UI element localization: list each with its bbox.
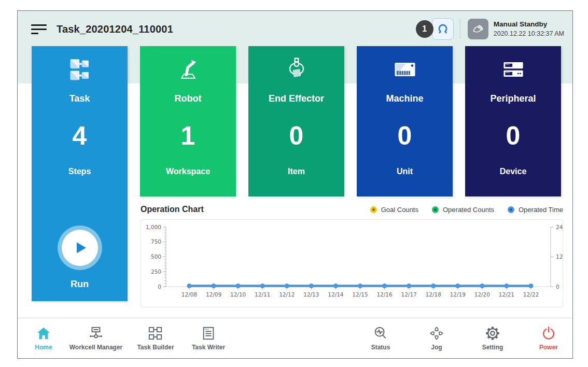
svg-text:12/19: 12/19 bbox=[450, 291, 466, 298]
mode-timestamp: 2020.12.22 10:32:37 AM bbox=[494, 30, 564, 38]
card-machine[interactable]: Machine 0 Unit bbox=[357, 46, 453, 196]
jog-icon bbox=[429, 326, 444, 341]
task-writer-icon bbox=[201, 326, 216, 341]
card-robot[interactable]: Robot 1 Workspace bbox=[140, 46, 236, 196]
card-value: 0 bbox=[506, 123, 521, 149]
svg-text:0: 0 bbox=[556, 284, 559, 290]
legend-label: Goal Counts bbox=[381, 206, 418, 214]
svg-text:12/18: 12/18 bbox=[426, 291, 441, 298]
svg-text:12/22: 12/22 bbox=[523, 291, 539, 298]
svg-text:12/09: 12/09 bbox=[206, 291, 221, 298]
card-value: 1 bbox=[181, 123, 195, 149]
manual-hand-icon bbox=[471, 22, 485, 36]
svg-text:12/08: 12/08 bbox=[181, 291, 197, 298]
task-icon bbox=[66, 55, 93, 83]
svg-text:12/16: 12/16 bbox=[376, 291, 393, 298]
app-frame: Task_20201204_110001 1 Manual Standby bbox=[17, 10, 573, 359]
svg-text:12/15: 12/15 bbox=[352, 291, 368, 298]
peripheral-icon bbox=[500, 55, 527, 83]
nav-item-setting[interactable]: Setting bbox=[472, 326, 513, 351]
svg-text:12/13: 12/13 bbox=[303, 291, 319, 298]
nav-label: Home bbox=[35, 344, 52, 351]
card-unit: Device bbox=[500, 166, 527, 177]
run-button[interactable]: Run bbox=[32, 225, 128, 290]
card-unit: Steps bbox=[68, 166, 91, 177]
svg-text:250: 250 bbox=[151, 269, 161, 275]
svg-text:12/20: 12/20 bbox=[474, 291, 490, 298]
card-label: Machine bbox=[386, 93, 423, 104]
svg-text:0: 0 bbox=[158, 284, 161, 290]
legend-operated-counts: Operated Counts bbox=[432, 206, 494, 214]
header-divider bbox=[460, 19, 460, 39]
nav-label: Power bbox=[539, 344, 558, 351]
card-label: Task bbox=[69, 93, 90, 104]
svg-text:750: 750 bbox=[151, 238, 161, 245]
operated-counts-dot-icon bbox=[432, 206, 439, 213]
nav-label: Workcell Manager bbox=[69, 344, 122, 351]
svg-text:12: 12 bbox=[556, 253, 563, 260]
card-unit: Workspace bbox=[166, 166, 210, 177]
nav-item-task-writer[interactable]: Task Writer bbox=[181, 326, 235, 351]
gripper-button[interactable] bbox=[432, 18, 454, 40]
chart-header: Operation Chart Goal Counts Operated Cou… bbox=[141, 203, 563, 216]
task-builder-icon bbox=[147, 326, 164, 341]
nav-label: Jog bbox=[431, 344, 442, 351]
nav-item-power[interactable]: Power bbox=[528, 326, 569, 351]
card-task[interactable]: Task 4 Steps Run bbox=[32, 46, 128, 301]
play-icon bbox=[62, 230, 98, 266]
legend-operated-time: Operated Time bbox=[508, 206, 563, 214]
nav-group-right: Status Jog bbox=[360, 326, 569, 351]
card-peripheral[interactable]: Peripheral 0 Device bbox=[465, 46, 561, 196]
operation-chart: 02505007501,0000122412/0812/0912/1012/11… bbox=[141, 219, 563, 307]
manual-mode-button[interactable] bbox=[468, 19, 488, 39]
card-value: 0 bbox=[398, 123, 412, 149]
chart-legend: Goal Counts Operated Counts Operated Tim… bbox=[370, 206, 563, 214]
menu-button[interactable] bbox=[31, 22, 48, 36]
home-icon bbox=[36, 326, 51, 341]
nav-item-workcell-manager[interactable]: Workcell Manager bbox=[62, 326, 130, 351]
svg-text:12/17: 12/17 bbox=[401, 291, 417, 298]
workcell-manager-icon bbox=[88, 326, 104, 341]
operation-chart-svg: 02505007501,0000122412/0812/0912/1012/11… bbox=[141, 220, 563, 307]
nav-label: Status bbox=[371, 344, 390, 351]
operated-time-dot-icon bbox=[508, 206, 514, 213]
nav-item-jog[interactable]: Jog bbox=[416, 326, 457, 351]
run-ring bbox=[58, 225, 102, 270]
svg-text:24: 24 bbox=[556, 224, 563, 230]
header-row: Task_20201204_110001 1 Manual Standby bbox=[31, 16, 564, 42]
legend-goal-counts: Goal Counts bbox=[370, 206, 418, 214]
legend-label: Operated Time bbox=[519, 206, 563, 214]
nav-label: Task Builder bbox=[137, 344, 174, 351]
card-label: Peripheral bbox=[490, 93, 536, 104]
card-end-effector[interactable]: End Effector 0 Item bbox=[248, 46, 344, 196]
svg-text:12/21: 12/21 bbox=[499, 291, 514, 298]
notification-badge: 1 bbox=[416, 20, 433, 38]
end-effector-icon bbox=[283, 55, 310, 83]
card-value: 0 bbox=[289, 123, 304, 149]
gripper-icon bbox=[435, 21, 451, 37]
card-unit: Unit bbox=[397, 166, 413, 177]
svg-text:1,000: 1,000 bbox=[146, 224, 161, 230]
card-label: End Effector bbox=[269, 93, 324, 104]
run-label: Run bbox=[71, 278, 89, 290]
svg-text:500: 500 bbox=[151, 253, 161, 260]
nav-item-status[interactable]: Status bbox=[360, 326, 401, 351]
status-icon bbox=[373, 326, 388, 341]
nav-item-home[interactable]: Home bbox=[25, 326, 62, 351]
chart-title: Operation Chart bbox=[141, 205, 204, 214]
svg-text:12/10: 12/10 bbox=[230, 291, 246, 298]
bottom-navigation: Home Workcell Manager bbox=[18, 318, 572, 358]
nav-label: Task Writer bbox=[192, 344, 225, 351]
header-right: 1 Manual Standby 2020.12.22 10:32:37 AM bbox=[416, 18, 564, 40]
nav-item-task-builder[interactable]: Task Builder bbox=[130, 326, 181, 351]
card-value: 4 bbox=[73, 123, 87, 149]
card-unit: Item bbox=[288, 166, 305, 177]
legend-label: Operated Counts bbox=[443, 206, 494, 214]
mode-status: Manual Standby 2020.12.22 10:32:37 AM bbox=[494, 20, 564, 38]
card-label: Robot bbox=[175, 93, 202, 104]
page-title: Task_20201204_110001 bbox=[57, 23, 173, 35]
nav-label: Setting bbox=[482, 344, 503, 351]
svg-text:12/12: 12/12 bbox=[279, 291, 295, 298]
power-icon bbox=[541, 326, 556, 341]
mode-label: Manual Standby bbox=[494, 20, 564, 29]
